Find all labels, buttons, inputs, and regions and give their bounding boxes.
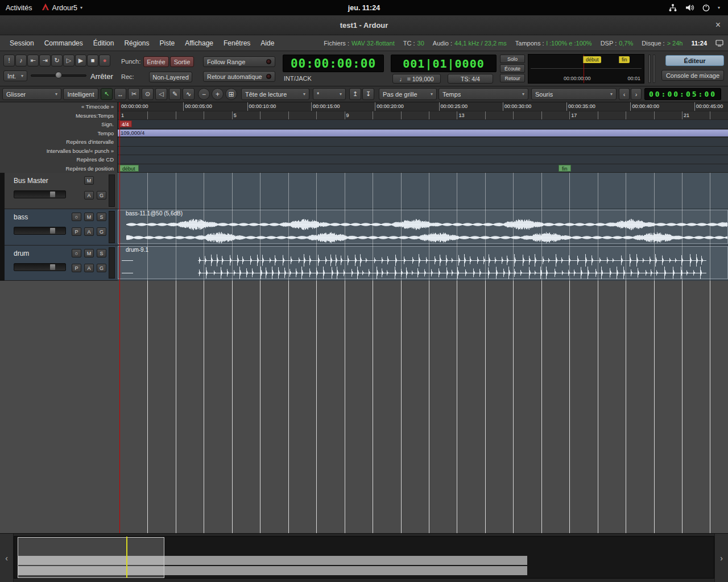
- track-name[interactable]: Bus Master: [14, 177, 48, 185]
- menu-item[interactable]: Session: [5, 39, 39, 47]
- header-scroll-strip[interactable]: [109, 211, 115, 243]
- ruler-lane-label[interactable]: Repères de position: [0, 164, 117, 173]
- fader-handle[interactable]: [50, 264, 55, 270]
- power-icon[interactable]: [702, 3, 710, 12]
- volume-icon[interactable]: [685, 3, 694, 12]
- bars-ruler[interactable]: 159131721: [118, 111, 728, 120]
- sync-source-label[interactable]: INT/JACK: [284, 75, 312, 82]
- go-start-button[interactable]: ⇤: [27, 55, 39, 66]
- summary-scroll-left-button[interactable]: ‹: [0, 534, 14, 582]
- punch-out-button[interactable]: Sortie: [170, 56, 194, 67]
- tempo-button[interactable]: ♩ = 109,000: [392, 74, 441, 84]
- track-height-select[interactable]: * ▾: [313, 88, 346, 100]
- record-button[interactable]: ●: [99, 55, 110, 66]
- toolbar-splitter[interactable]: [653, 55, 655, 83]
- shuttle-speed-slider[interactable]: [31, 71, 86, 80]
- track-header-drum[interactable]: drum ○ M S P A G: [5, 246, 118, 281]
- audition-tool-button[interactable]: ◁: [155, 88, 167, 100]
- go-end-button[interactable]: ⇥: [39, 55, 51, 66]
- edit-point-select[interactable]: Souris ▾: [531, 88, 617, 100]
- play-selection-button[interactable]: ▷: [63, 55, 75, 66]
- metronome-button[interactable]: ♪: [15, 55, 27, 66]
- fader-handle[interactable]: [50, 228, 55, 234]
- master-track-lane[interactable]: [118, 173, 728, 209]
- meter-ruler[interactable]: 4/4: [118, 120, 728, 129]
- editor-tab-button[interactable]: Éditeur: [665, 55, 724, 66]
- grid-mode-select[interactable]: Pas de grille ▾: [379, 88, 437, 100]
- ruler-lane-label[interactable]: Tempo: [0, 129, 117, 138]
- ruler-lane-label[interactable]: Sign.: [0, 120, 117, 129]
- chevron-down-icon[interactable]: ▾: [718, 5, 720, 10]
- bbt-clock[interactable]: 001|01|0000: [391, 55, 497, 72]
- zoom-fit-button[interactable]: ⊞: [225, 88, 237, 100]
- window-titlebar[interactable]: test1 - Ardour ×: [0, 15, 728, 35]
- ruler-lane-label[interactable]: Repères de CD: [0, 155, 117, 164]
- end-marker[interactable]: fin: [559, 165, 571, 172]
- monitor-disk-button[interactable]: G: [97, 191, 106, 199]
- menu-item[interactable]: Régions: [119, 39, 154, 47]
- input-button[interactable]: P: [72, 264, 81, 272]
- menu-item[interactable]: Fenêtres: [218, 39, 255, 47]
- network-icon[interactable]: [668, 3, 677, 12]
- stretch-tool-button[interactable]: ⊙: [142, 88, 154, 100]
- mixer-tab-button[interactable]: Console de mixage: [661, 70, 724, 81]
- bass-track-lane[interactable]: bass-11.1@50 (5,6dB): [118, 209, 728, 246]
- loop-punch-ruler[interactable]: [118, 147, 728, 156]
- feedback-button[interactable]: Retour: [500, 74, 525, 82]
- zoom-focus-select[interactable]: Tête de lecture ▾: [241, 88, 309, 100]
- summary-scroll-right-button[interactable]: ›: [714, 534, 728, 582]
- mute-button[interactable]: M: [84, 176, 94, 185]
- monitor-disk-button[interactable]: G: [97, 227, 106, 236]
- primary-clock[interactable]: 00:00:00:00: [283, 55, 384, 72]
- track-name[interactable]: bass: [14, 213, 28, 221]
- monitor-disk-button[interactable]: G: [97, 264, 106, 272]
- start-marker[interactable]: début: [119, 165, 139, 172]
- zoom-in-button[interactable]: +: [212, 88, 224, 100]
- drum-track-lane[interactable]: drum-9.1: [118, 246, 728, 281]
- track-header-master[interactable]: Bus Master M A G: [5, 173, 118, 209]
- fit-tracks-button[interactable]: ↥: [349, 88, 361, 100]
- monitor-input-button[interactable]: A: [84, 264, 94, 272]
- tempo-ruler[interactable]: 109,000/4: [118, 129, 728, 138]
- log-icon[interactable]: [715, 40, 723, 47]
- shrink-tracks-button[interactable]: ↧: [362, 88, 374, 100]
- app-menu-button[interactable]: Ardour5 ▾: [42, 3, 83, 13]
- header-scroll-strip[interactable]: [109, 247, 115, 278]
- range-marker-ruler[interactable]: [118, 138, 728, 147]
- grid-unit-select[interactable]: Temps ▾: [439, 88, 528, 100]
- tempo-marker[interactable]: 109,000/4: [118, 130, 728, 137]
- nav-prev-button[interactable]: ‹: [619, 88, 630, 100]
- automation-tool-button[interactable]: ∿: [183, 88, 195, 100]
- input-button[interactable]: P: [72, 227, 81, 236]
- header-scroll-strip[interactable]: [109, 174, 115, 207]
- cd-marker-ruler[interactable]: [118, 155, 728, 164]
- solo-button[interactable]: Solo: [500, 55, 525, 63]
- secondary-clock[interactable]: 00:00:05:00: [644, 88, 721, 100]
- mini-end-marker[interactable]: fin: [619, 56, 630, 63]
- menu-item[interactable]: Aide: [255, 39, 279, 47]
- solo-button[interactable]: S: [97, 249, 106, 257]
- ruler-lane-label[interactable]: « Timecode »: [0, 102, 117, 111]
- fader-handle[interactable]: [50, 192, 55, 197]
- range-tool-button[interactable]: ↔: [114, 88, 126, 100]
- close-button[interactable]: ×: [715, 20, 721, 30]
- loop-button[interactable]: ↻: [51, 55, 63, 66]
- record-arm-button[interactable]: ○: [72, 249, 81, 257]
- region-drum[interactable]: drum-9.1: [118, 246, 728, 279]
- location-marker-ruler[interactable]: début fin: [118, 164, 728, 173]
- meter-marker[interactable]: 4/4: [119, 120, 132, 127]
- nav-next-button[interactable]: ›: [631, 88, 642, 100]
- grab-tool-button[interactable]: ↖: [101, 88, 113, 100]
- timecode-ruler[interactable]: 00:00:00:0000:00:05:0000:00:10:0000:00:1…: [118, 102, 728, 111]
- gain-fader[interactable]: [14, 227, 66, 235]
- cut-tool-button[interactable]: ✂: [128, 88, 140, 100]
- follow-range-toggle[interactable]: Follow Range: [203, 56, 275, 67]
- menu-item[interactable]: Édition: [88, 39, 119, 47]
- summary-view-rectangle[interactable]: [18, 537, 164, 578]
- listen-button[interactable]: Écoute: [500, 64, 525, 73]
- monitor-input-button[interactable]: A: [84, 191, 94, 199]
- auto-return-toggle[interactable]: Retour automatique: [203, 71, 275, 82]
- editor-canvas[interactable]: [0, 281, 728, 533]
- ruler-lane-label[interactable]: Repères d'intervalle: [0, 138, 117, 147]
- menu-item[interactable]: Piste: [154, 39, 180, 47]
